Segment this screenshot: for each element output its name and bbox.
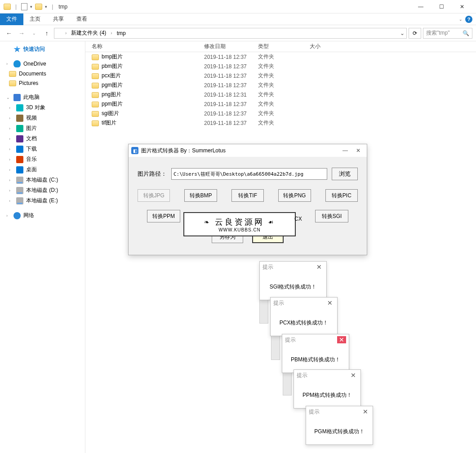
table-row[interactable]: pbm图片2019-11-18 12:37文件夹 [85, 62, 476, 71]
sidebar-item[interactable]: ›本地磁盘 (E:) [0, 195, 85, 206]
toast-titlebar[interactable]: 提示✕ [260, 262, 326, 272]
sidebar-item[interactable]: ›桌面 [0, 164, 85, 175]
help-icon[interactable]: ? [465, 16, 472, 23]
sidebar-item[interactable]: ›音乐 [0, 154, 85, 164]
file-date: 2019-11-18 12:37 [204, 101, 258, 107]
forward-button[interactable]: → [16, 28, 27, 39]
breadcrumb[interactable]: tmp [115, 30, 128, 36]
toast-dialog: 提示✕PBM格式转换成功！ [282, 334, 349, 373]
sidebar-item[interactable]: ›本地磁盘 (D:) [0, 185, 85, 195]
toast-message: PPM格式转换成功！ [294, 381, 360, 408]
toast-titlebar[interactable]: 提示✕ [282, 334, 349, 345]
close-button[interactable]: ✕ [337, 336, 346, 343]
close-button[interactable]: ✕ [452, 0, 472, 13]
column-name[interactable]: 名称 [92, 43, 204, 50]
close-button[interactable]: ✕ [325, 299, 334, 306]
close-button[interactable]: ✕ [315, 263, 324, 271]
file-name: png图片 [102, 91, 121, 98]
file-name: pgm图片 [102, 81, 123, 89]
app-icon: ◧ [131, 147, 138, 154]
folder-icon [4, 4, 11, 10]
sidebar-item[interactable]: ›3D 对象 [0, 102, 85, 113]
drive-icon [16, 115, 23, 122]
search-placeholder: 搜索"tmp" [426, 29, 450, 37]
close-button[interactable]: ✕ [361, 408, 370, 415]
table-row[interactable]: tif图片2019-11-18 12:37文件夹 [85, 118, 476, 128]
table-row[interactable]: png图片2019-11-18 12:31文件夹 [85, 90, 476, 99]
table-row[interactable]: pgm图片2019-11-18 12:37文件夹 [85, 80, 476, 90]
address-chevron-icon[interactable]: ⌄ [400, 30, 405, 36]
navbar: ← → ⌄ ↑ › 新建文件夹 (4) › tmp ⌄ ⟳ 搜索"tmp" 🔍 [0, 25, 476, 41]
drive-icon [16, 146, 23, 153]
file-name: sgi图片 [102, 110, 119, 117]
sidebar-item-quick-access[interactable]: 快速访问 [0, 44, 85, 54]
browse-button[interactable]: 浏览 [332, 168, 358, 180]
convert-button[interactable]: 转换BMP [184, 189, 217, 202]
file-tab[interactable]: 文件 [0, 13, 23, 25]
minimize-button[interactable]: — [410, 0, 431, 13]
sidebar-item-onedrive[interactable]: › OneDrive [0, 59, 85, 69]
sidebar-item-label: 文档 [26, 135, 37, 142]
column-size[interactable]: 大小 [310, 43, 355, 50]
qat-chevron-icon[interactable]: ▾ [30, 4, 32, 9]
path-label: 图片路径： [138, 170, 167, 178]
column-type[interactable]: 类型 [258, 43, 310, 50]
folder-icon [9, 71, 16, 77]
convert-button[interactable]: 转换PPM [147, 210, 180, 222]
table-row[interactable]: bmp图片2019-11-18 12:37文件夹 [85, 52, 476, 62]
refresh-button[interactable]: ⟳ [409, 28, 421, 39]
folder-icon [92, 54, 99, 60]
recent-chevron-icon[interactable]: ⌄ [29, 28, 40, 39]
toast-message: PCX格式转换成功！ [271, 308, 337, 336]
minimize-button[interactable]: — [343, 147, 348, 154]
close-button[interactable]: ✕ [356, 147, 360, 154]
file-date: 2019-11-18 12:37 [204, 120, 258, 126]
convert-button[interactable]: 转换TIF [231, 189, 264, 202]
share-tab[interactable]: 共享 [47, 13, 70, 25]
file-type: 文件夹 [258, 81, 310, 89]
convert-button[interactable]: 转换SGI [315, 210, 348, 222]
dialog-titlebar[interactable]: ◧ 图片格式转换器 By：SummerLotus — ✕ [129, 144, 367, 157]
toast-titlebar[interactable]: 提示✕ [294, 370, 360, 381]
table-row[interactable]: ppm图片2019-11-18 12:37文件夹 [85, 99, 476, 109]
back-button[interactable]: ← [4, 28, 14, 39]
sidebar-item-this-pc[interactable]: ⌄ 此电脑 [0, 92, 85, 102]
home-tab[interactable]: 主页 [23, 13, 47, 25]
sidebar-item-label: 音乐 [26, 155, 37, 163]
sidebar-item-label: 快速访问 [23, 45, 45, 53]
sidebar-item[interactable]: ›视频 [0, 113, 85, 123]
table-row[interactable]: pcx图片2019-11-18 12:37文件夹 [85, 71, 476, 80]
maximize-button[interactable]: ☐ [431, 0, 452, 13]
breadcrumb[interactable]: 新建文件夹 (4) [69, 29, 108, 37]
sidebar-item[interactable]: ›本地磁盘 (C:) [0, 175, 85, 185]
sidebar-item-label: 本地磁盘 (D:) [26, 187, 58, 194]
sidebar-item[interactable]: ›文档 [0, 133, 85, 144]
toast-titlebar[interactable]: 提示✕ [271, 298, 337, 308]
column-headers: 名称 修改日期 类型 大小 [85, 41, 476, 52]
file-date: 2019-11-18 12:37 [204, 82, 258, 89]
properties-icon[interactable] [21, 3, 27, 10]
toast-titlebar[interactable]: 提示✕ [306, 406, 373, 417]
dialog-remnant [259, 297, 268, 324]
column-date[interactable]: 修改日期 [204, 43, 258, 50]
sidebar-item-label: 视频 [26, 114, 37, 122]
up-button[interactable]: ↑ [41, 28, 52, 39]
search-input[interactable]: 搜索"tmp" 🔍 [423, 28, 472, 39]
address-bar[interactable]: › 新建文件夹 (4) › tmp ⌄ [54, 28, 407, 39]
convert-button[interactable]: 转换PIC [325, 189, 358, 202]
sidebar-item[interactable]: ›图片 [0, 123, 85, 133]
sidebar-item[interactable]: ›下载 [0, 144, 85, 154]
close-button[interactable]: ✕ [349, 372, 358, 379]
sidebar-item-documents[interactable]: Documents [0, 69, 85, 78]
drive-icon [16, 125, 23, 132]
ribbon-chevron-icon[interactable]: ⌄ [459, 17, 463, 22]
path-input[interactable] [171, 168, 327, 180]
table-row[interactable]: sgi图片2019-11-18 12:37文件夹 [85, 109, 476, 118]
folder-icon [92, 102, 99, 107]
folder-icon [92, 120, 99, 126]
sidebar-item-pictures[interactable]: Pictures [0, 78, 85, 88]
view-tab[interactable]: 查看 [70, 13, 93, 25]
qat-chevron-icon[interactable]: ▾ [45, 4, 47, 9]
convert-button[interactable]: 转换PNG [278, 189, 311, 202]
sidebar-item-network[interactable]: › 网络 [0, 210, 85, 221]
